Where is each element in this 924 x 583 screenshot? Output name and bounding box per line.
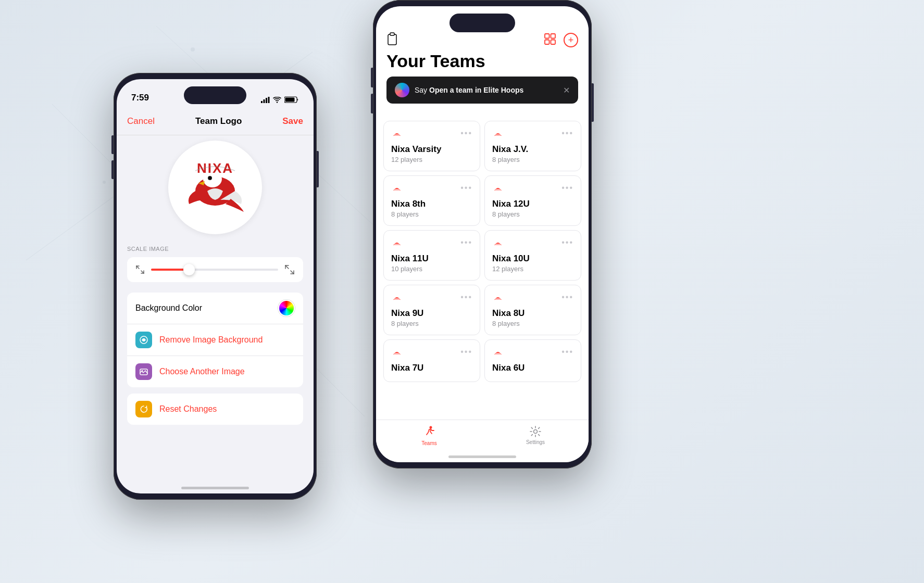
dynamic-island-left: [184, 86, 246, 104]
svg-rect-8: [266, 98, 267, 103]
status-icons: [261, 96, 299, 103]
team-menu-dots[interactable]: •••: [460, 238, 472, 247]
tab-settings[interactable]: Settings: [517, 425, 554, 445]
team-players: 8 players: [492, 320, 573, 327]
power-button: [317, 151, 319, 187]
right-volume-up: [371, 68, 373, 87]
team-players: 8 players: [492, 210, 573, 218]
team-logo-icon: [492, 238, 504, 247]
reset-row[interactable]: Reset Changes: [127, 394, 303, 425]
svg-rect-7: [264, 99, 265, 103]
siri-quote: Open a team in Elite Hoops: [429, 86, 523, 94]
scale-label: SCALE IMAGE: [127, 246, 303, 252]
svg-line-24: [285, 265, 289, 269]
logo-circle[interactable]: NIXA: [168, 141, 262, 234]
svg-point-4: [103, 181, 106, 184]
list-item[interactable]: ••• Nixa 12U 8 players: [484, 175, 581, 226]
team-logo-icon: [391, 347, 403, 357]
siri-close-button[interactable]: ✕: [563, 85, 570, 95]
list-item[interactable]: ••• Nixa 9U 8 players: [383, 285, 480, 335]
siri-orb: [395, 83, 409, 97]
background-color-card: Background Color Remove Image Background: [127, 293, 303, 387]
list-item[interactable]: ••• Nixa 8th 8 players: [383, 175, 480, 226]
color-wheel[interactable]: [278, 300, 295, 316]
list-item[interactable]: ••• Nixa J.V. 8 players: [484, 121, 581, 171]
team-name: Nixa 10U: [492, 254, 573, 264]
team-players: 8 players: [391, 320, 472, 327]
background-color-row: Background Color: [127, 293, 303, 324]
team-menu-dots[interactable]: •••: [460, 293, 472, 302]
list-item[interactable]: ••• Nixa 10U 12 players: [484, 230, 581, 281]
save-button[interactable]: Save: [282, 116, 303, 126]
cancel-button[interactable]: Cancel: [127, 116, 155, 126]
settings-tab-icon: [529, 425, 542, 438]
reset-icon: [135, 401, 152, 417]
team-menu-dots[interactable]: •••: [561, 183, 573, 193]
team-menu-dots[interactable]: •••: [561, 238, 573, 247]
teams-tab-icon: [422, 425, 436, 439]
team-name: Nixa 6U: [492, 363, 573, 373]
list-item[interactable]: ••• Nixa 8U 8 players: [484, 285, 581, 335]
svg-rect-9: [268, 97, 270, 103]
team-menu-dots[interactable]: •••: [460, 129, 472, 138]
team-players: 10 players: [391, 265, 472, 273]
team-name: Nixa 8th: [391, 199, 472, 209]
team-name: Nixa 8U: [492, 308, 573, 319]
team-menu-dots[interactable]: •••: [460, 183, 472, 193]
team-logo-icon: [492, 293, 504, 302]
team-menu-dots[interactable]: •••: [460, 347, 472, 357]
scale-row: [127, 257, 303, 282]
team-logo-icon: [391, 293, 403, 302]
scale-shrink-icon: [135, 265, 145, 274]
settings-tab-label: Settings: [526, 439, 545, 445]
remove-bg-row[interactable]: Remove Image Background: [127, 324, 303, 356]
svg-rect-34: [388, 34, 396, 45]
list-item[interactable]: ••• Nixa 11U 10 players: [383, 230, 480, 281]
nav-bar: Cancel Team Logo Save: [117, 107, 314, 135]
teams-grid-container[interactable]: ••• Nixa Varsity 12 players ••• Nixa J.V…: [376, 121, 589, 426]
siri-left: Say Open a team in Elite Hoops: [395, 83, 523, 97]
team-players: 12 players: [492, 265, 573, 273]
team-menu-dots[interactable]: •••: [561, 293, 573, 302]
svg-rect-39: [551, 40, 556, 45]
siri-text: Say Open a team in Elite Hoops: [415, 86, 523, 94]
choose-image-icon: [135, 363, 152, 380]
scale-expand-icon: [284, 264, 295, 275]
svg-point-40: [430, 426, 432, 429]
svg-point-10: [277, 102, 278, 103]
team-name: Nixa Varsity: [391, 144, 472, 155]
list-item[interactable]: ••• Nixa Varsity 12 players: [383, 121, 480, 171]
home-indicator-right: [448, 455, 516, 458]
right-phone: + Your Teams Say Open a team in Elite Ho…: [373, 0, 592, 468]
list-item[interactable]: ••• Nixa 6U: [484, 339, 581, 382]
team-name: Nixa J.V.: [492, 144, 573, 155]
background-color-label: Background Color: [135, 303, 271, 313]
tab-teams[interactable]: Teams: [411, 425, 447, 446]
list-item[interactable]: ••• Nixa 7U: [383, 339, 480, 382]
svg-line-27: [291, 271, 294, 274]
team-logo-icon: [391, 183, 403, 193]
team-menu-dots[interactable]: •••: [561, 129, 573, 138]
team-logo-icon: [492, 347, 504, 357]
choose-image-row[interactable]: Choose Another Image: [127, 356, 303, 387]
remove-bg-svg: [139, 335, 148, 345]
scale-section: SCALE IMAGE: [117, 246, 314, 282]
team-menu-dots[interactable]: •••: [561, 347, 573, 357]
wifi-icon: [273, 97, 281, 103]
status-time: 7:59: [131, 93, 149, 103]
team-name: Nixa 7U: [391, 363, 472, 373]
volume-down-button: [111, 160, 114, 179]
right-power: [592, 83, 594, 122]
right-volume-down: [371, 94, 373, 113]
dynamic-island-right: [449, 14, 515, 32]
team-name: Nixa 11U: [391, 254, 472, 264]
logo-area: NIXA: [117, 135, 314, 239]
team-logo-icon: [492, 183, 504, 193]
left-phone: 7:59: [114, 73, 317, 500]
scale-slider[interactable]: [151, 269, 278, 271]
options-list: Background Color Remove Image Background: [117, 293, 314, 431]
choose-image-label: Choose Another Image: [159, 367, 295, 376]
volume-up-button: [111, 135, 114, 154]
team-players: 8 players: [492, 156, 573, 163]
svg-point-41: [534, 430, 538, 434]
